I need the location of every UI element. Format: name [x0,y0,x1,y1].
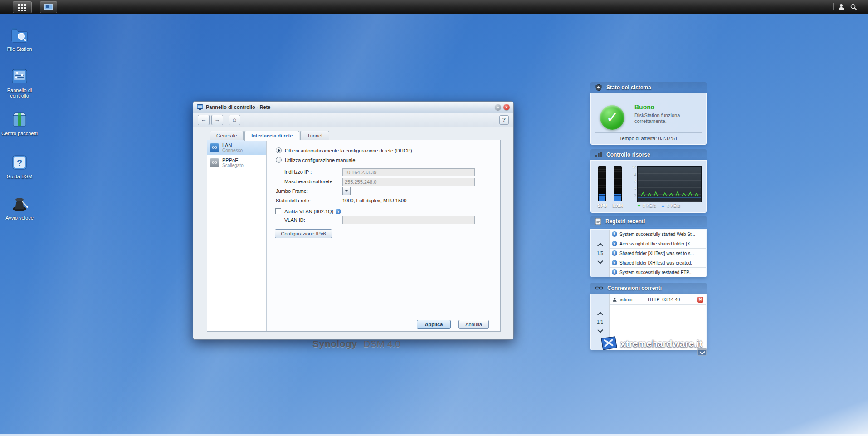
person-icon [838,3,845,10]
help-button[interactable]: ? [499,115,509,125]
desktop-icon-label: Avvio veloce [0,215,39,220]
widget-title: Stato del sistema [606,84,651,91]
system-status-header: Stato del sistema [590,82,707,93]
taskbar [0,0,868,14]
desktop-icon-package-center[interactable]: Centro pacchetti [0,110,39,136]
main-menu-button[interactable] [13,1,32,13]
cancel-button[interactable]: Annulla [458,320,489,329]
resource-monitor-header: Controllo risorse [590,149,707,160]
vlan-checkbox-label: Abilita VLAN (802.1Q) [284,209,333,214]
info-icon: i [612,241,617,246]
desktop-icon-label: File Station [0,46,39,52]
interface-item-lan[interactable]: LAN Connesso [207,140,266,155]
ip-label: Indirizzo IP : [284,169,312,175]
page-down-icon[interactable] [597,327,603,333]
pilot-view-icon [44,4,53,11]
app-grid-icon [18,4,27,11]
log-row[interactable]: i Shared folder [XHTest] was set to s... [610,249,706,258]
search-button[interactable] [849,3,858,11]
manual-config-radio[interactable] [276,157,282,163]
network-graph-ticks: 10 8 6 4 2 [629,163,636,199]
log-rows: i System successfully started Web St... … [609,230,706,277]
minimize-button[interactable]: – [495,104,501,110]
desktop-icon-quick-start[interactable]: Avvio veloce [0,194,39,220]
control-panel-window: Pannello di controllo - Rete – x ← → ⌂ ?… [193,101,514,340]
wallpaper-logo: Synology DSM 4.0 [312,338,400,349]
divider [595,132,702,133]
desktop-icon-control-panel[interactable]: Pannello di controllo [0,67,39,98]
person-icon [612,297,617,302]
info-icon: i [612,260,617,265]
log-row[interactable]: i System successfully started Web St... [610,230,706,239]
page-down-icon[interactable] [597,258,603,264]
svg-text:?: ? [17,158,22,168]
file-station-icon [10,25,29,44]
cpu-label: CPU [596,203,608,208]
widgets-collapse-button[interactable] [697,348,707,356]
vlan-id-input[interactable] [342,216,475,224]
log-row[interactable]: i Shared folder [XHTest] was created. [610,258,706,268]
dhcp-radio-row[interactable]: Ottieni automaticamente la configurazion… [276,147,412,153]
ipv6-config-button[interactable]: Configurazione IPv6 [275,229,332,238]
subnet-label: Maschera di sottorete: [284,179,334,184]
subnet-mask-input[interactable] [342,178,475,186]
page-up-icon[interactable] [597,312,603,318]
watermark-text: xtremehardware.it [620,338,702,349]
network-status-value: 1000, Full duplex, MTU 1500 [342,198,406,203]
tab-strip: Generale Interfaccia di rete Tunnel [210,131,330,141]
tab-generale[interactable]: Generale [210,131,244,140]
desktop-icon-file-station[interactable]: File Station [0,25,39,52]
jumbo-frame-dropdown[interactable] [342,187,351,195]
close-button[interactable]: x [503,104,510,110]
vlan-checkbox[interactable] [275,208,281,214]
connections-page-indicator: 1/1 [597,320,603,325]
link-icon [595,285,603,291]
taskbar-divider [833,3,834,10]
apply-button[interactable]: Applica [417,320,451,329]
home-button[interactable]: ⌂ [229,115,240,125]
back-button[interactable]: ← [198,115,210,125]
show-desktop-button[interactable] [40,1,57,13]
ip-address-input[interactable] [342,168,475,176]
bar-chart-icon [595,152,602,158]
wallpaper-logo-brand: Synology [312,338,357,349]
kick-user-icon[interactable]: ✖ [697,297,703,303]
window-titlebar[interactable]: Pannello di controllo - Rete – x [193,102,513,113]
window-toolbar: ← → ⌂ ? [193,113,513,127]
recent-logs-panel: 1/5 i System successfully started Web St… [590,229,707,277]
info-icon: i [612,231,617,237]
log-row[interactable]: i System successfully restarted FTP... [610,268,706,277]
interface-item-pppoe[interactable]: PPPoE Scollegato [207,155,266,170]
upload-icon [661,205,665,207]
vlan-checkbox-row[interactable]: Abilita VLAN (802.1Q) i [275,208,341,214]
page-up-icon[interactable] [597,243,603,249]
user-menu-button[interactable] [837,3,846,11]
connections-header: Connessioni correnti [590,283,707,294]
tab-interfaccia-di-rete[interactable]: Interfaccia di rete [244,131,299,141]
status-description: DiskStation funziona correttamente. [634,113,693,124]
forward-button[interactable]: → [211,115,223,125]
connection-user: admin [620,297,632,302]
network-traffic-graph [637,166,702,202]
dhcp-radio[interactable] [276,147,282,153]
desktop-icon-dsm-help[interactable]: ? Guida DSM [0,153,39,179]
window-title: Pannello di controllo - Rete [206,104,493,110]
manual-radio-row[interactable]: Utilizza configurazione manuale [276,157,355,163]
interface-status: Connesso [222,148,243,153]
wallpaper-logo-version: DSM 4.0 [363,338,400,349]
shield-icon [595,84,602,91]
log-row[interactable]: i Access right of the shared folder [X..… [610,239,706,249]
connection-row[interactable]: admin HTTP 03:14:40 ✖ [610,294,706,305]
cpu-meter [598,166,606,201]
network-rates: 0 KB/s 0 KB/s [637,203,680,208]
interface-list: LAN Connesso PPPoE S [207,140,267,331]
vlan-id-label: VLAN ID: [284,217,305,223]
tab-tunnel[interactable]: Tunnel [300,131,329,140]
uptime-text: Tempo di attività: 03:37:51 [591,136,706,141]
desktop: File Station Pannello di controllo Centr [0,0,868,436]
info-icon[interactable]: i [336,209,341,214]
connection-time: 03:14:40 [662,297,680,302]
control-panel-icon [10,67,29,86]
download-icon [637,205,641,207]
status-text: Buono [634,103,654,111]
